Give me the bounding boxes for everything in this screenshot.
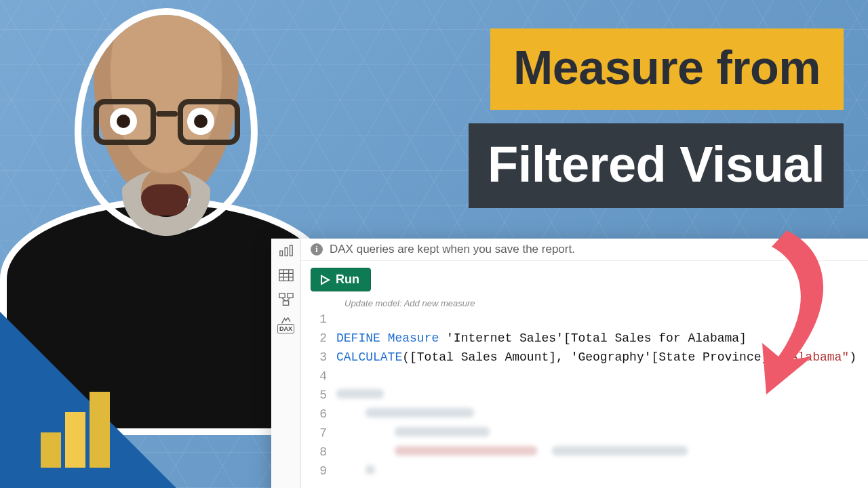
- title-line-2: Filtered Visual: [469, 123, 844, 208]
- svg-rect-3: [279, 270, 292, 281]
- svg-rect-2: [290, 245, 292, 256]
- code-body[interactable]: DEFINE Measure 'Internet Sales'[Total Sa…: [336, 310, 868, 481]
- editor-hint: Update model: Add new measure: [301, 296, 868, 308]
- svg-marker-13: [321, 276, 329, 284]
- info-icon: i: [311, 243, 323, 256]
- svg-rect-10: [283, 301, 288, 305]
- run-button[interactable]: Run: [311, 268, 371, 291]
- chart-icon[interactable]: [279, 244, 294, 258]
- run-button-label: Run: [336, 272, 359, 287]
- title-line-1: Measure from: [490, 28, 844, 110]
- code-editor[interactable]: 1 2 3 4 5 6 7 8 9 DEFINE Measure 'Intern…: [301, 308, 868, 481]
- dax-editor-panel: DAX i DAX queries are kept when you save…: [271, 239, 868, 488]
- line-gutter: 1 2 3 4 5 6 7 8 9: [301, 310, 336, 481]
- dax-icon[interactable]: DAX: [279, 317, 294, 333]
- svg-line-11: [281, 298, 285, 301]
- info-text: DAX queries are kept when you save the r…: [330, 243, 575, 256]
- svg-rect-0: [279, 251, 282, 256]
- table-icon[interactable]: [279, 268, 294, 282]
- play-icon: [319, 274, 330, 285]
- info-bar: i DAX queries are kept when you save the…: [301, 239, 868, 261]
- svg-rect-9: [287, 293, 292, 298]
- model-icon[interactable]: [279, 293, 294, 306]
- svg-line-12: [286, 298, 290, 301]
- view-rail: DAX: [271, 239, 301, 488]
- powerbi-logo-icon: [41, 386, 115, 468]
- svg-rect-1: [285, 247, 288, 256]
- svg-rect-8: [279, 293, 284, 298]
